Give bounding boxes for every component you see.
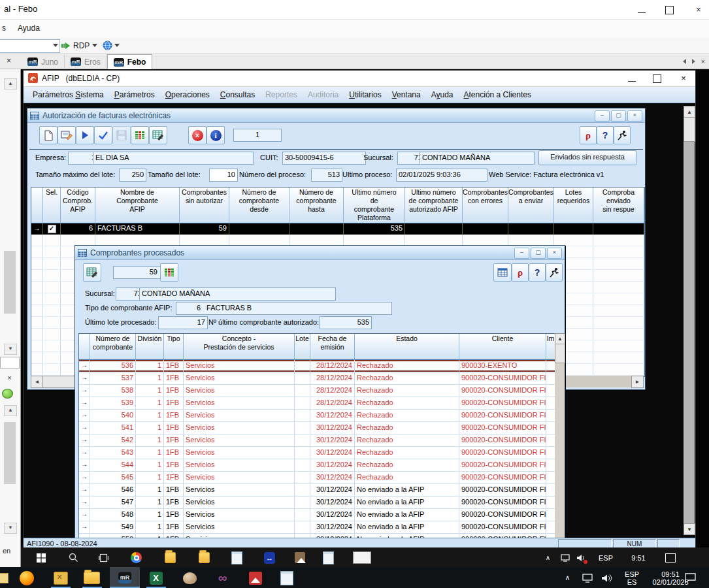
tray-chevron-icon[interactable]: ∧ [559,570,576,586]
language-indicator[interactable]: ESP ES [621,570,643,586]
invoice-row-549[interactable]: →54911FBServicios30/12/2024No enviado a … [79,521,555,534]
invoice-row-536[interactable]: →53611FBServicios28/12/2024Rechazado9000… [79,360,555,372]
scroll-up-icon[interactable]: ▲ [555,333,565,344]
close-panel-icon[interactable]: × [3,56,14,67]
cuit-field[interactable]: 30-50009415-6 [282,152,366,165]
tipo-field[interactable]: 6 FACTURAS B [176,302,392,315]
chrome-icon[interactable] [131,552,142,563]
enviados-sin-respuesta-button[interactable]: Enviados sin respuesta [538,150,636,165]
columns-button[interactable] [131,126,149,144]
invoice-row-539[interactable]: →53911FBServicios28/12/2024Rechazado9000… [79,397,555,410]
afip-menu-ayuda[interactable]: Ayuda [426,90,459,99]
connection-combobox[interactable] [0,39,60,53]
invoice-row-538[interactable]: →53811FBServicios28/12/2024Rechazado9000… [79,385,555,397]
table-row-facturas-b[interactable]: →✓6FACTURAS B59535 [31,223,644,235]
mail-icon[interactable] [0,570,10,586]
tab-eros[interactable]: mREros [65,54,107,69]
ultimo-proceso-field[interactable]: 02/01/2025 9:03:36 [396,169,487,182]
exit-button[interactable] [614,126,631,144]
minimize-button[interactable]: – [514,248,529,259]
close-button[interactable]: × [693,5,704,15]
minimize-button[interactable] [638,7,646,13]
scroll-tabs-left-icon[interactable] [683,59,686,64]
properties-button[interactable] [58,126,76,144]
visual-studio-icon[interactable]: ∞ [214,570,231,586]
teamviewer-icon[interactable]: ↔ [264,552,275,563]
counter-field[interactable]: 59 [113,266,163,279]
notepad-icon[interactable] [231,552,242,563]
invoice-row-537[interactable]: →53711FBServicios28/12/2024Rechazado9000… [79,372,555,385]
new-button[interactable] [39,126,58,144]
export-grid-button[interactable] [83,263,101,282]
afip-menu-atenci-n-a-clientes[interactable]: Atención a Clientes [459,90,536,99]
run-button[interactable] [76,126,94,144]
scroll-up-icon[interactable]: ▲ [4,405,17,416]
invoice-row-543[interactable]: →54311FBServicios30/12/2024Rechazado9000… [79,447,555,459]
close-button[interactable]: × [627,110,642,122]
menu-ayuda[interactable]: Ayuda [18,24,40,33]
close-button[interactable]: × [547,248,562,259]
vertical-scrollbar[interactable]: ▲ [555,333,565,538]
exit-button[interactable] [546,263,563,282]
sel-checkbox[interactable]: ✓ [48,225,56,233]
volume-icon[interactable] [575,552,586,563]
afip-menu-operaciones[interactable]: Operaciones [160,90,215,99]
scrollbar-thumb[interactable] [4,422,16,484]
start-button[interactable] [35,552,46,563]
mdi-vertical-scrollbar[interactable]: ▲ ▼ [684,106,695,535]
invoice-row-545[interactable]: →54511FBServicios30/12/2024Rechazado9000… [79,472,555,484]
invoice-row-544[interactable]: →54411FBServicios30/12/2024Rechazado9000… [79,459,555,472]
sucursal-name-field[interactable]: CONTADO MAÑANA [139,287,336,301]
close-button[interactable]: × [678,73,689,84]
num-proceso-field[interactable]: 513 [311,169,342,182]
afip-menu-ventana[interactable]: Ventana [387,90,426,99]
grid-view-button[interactable] [493,263,512,282]
maximize-button[interactable]: ▢ [531,248,546,259]
invoice-row-546[interactable]: →54611FBServicios30/12/2024No enviado a … [79,484,555,497]
columns-button[interactable] [160,263,178,282]
scroll-down-icon[interactable]: ▼ [684,523,695,535]
afip-menu-consultas[interactable]: Consultas [215,90,260,99]
menu-partial[interactable]: s [2,24,6,33]
scrollbar-thumb[interactable] [684,117,695,142]
open-app-button[interactable] [353,552,371,563]
scroll-up-icon[interactable]: ▲ [4,78,17,90]
tam-field[interactable]: 10 [209,169,238,182]
tab-juno[interactable]: mRJuno [22,54,65,69]
app-icon[interactable] [294,552,305,563]
action-center-icon[interactable] [682,570,699,586]
restore-button[interactable] [653,74,661,83]
clock[interactable]: 9:51 [627,552,650,563]
invoice-row-548[interactable]: →54811FBServicios30/12/2024No enviado a … [79,509,555,521]
maximize-button[interactable] [665,6,674,14]
close-tab-icon[interactable]: × [701,57,705,65]
mremoteng-taskbar-button[interactable]: mR [110,567,140,588]
network-icon[interactable] [579,570,595,586]
volume-icon[interactable] [599,570,615,586]
scroll-up-icon[interactable]: ▲ [684,106,695,118]
help-button[interactable]: ? [529,263,546,282]
network-icon[interactable] [559,552,570,563]
image-viewer-icon[interactable] [247,570,263,586]
dock-input[interactable] [0,357,20,368]
scrollbar-thumb[interactable] [555,344,565,363]
action-center-icon[interactable] [665,552,676,563]
empresa-name-field[interactable]: EL DIA SA [93,152,254,165]
scroll-down-icon[interactable]: ▼ [4,523,17,534]
tam-max-field[interactable]: 250 [119,169,146,182]
minimize-button[interactable]: – [595,110,610,122]
scroll-tabs-right-icon[interactable] [692,59,695,64]
invoice-row-541[interactable]: →54111FBServicios30/12/2024Rechazado9000… [79,422,555,434]
scroll-left-icon[interactable]: ◄ [31,376,43,388]
excel-icon[interactable]: X [148,570,164,586]
afip-menu-par-metros-sistema[interactable]: Parámetros Sistema [27,90,109,99]
task-view-icon[interactable] [98,552,109,563]
redo-button[interactable]: ρ [512,263,529,282]
scroll-down-icon[interactable]: ▼ [4,344,17,355]
tab-febo[interactable]: mRFebo [107,54,153,69]
ultimo-field[interactable]: 535 [320,316,372,329]
tray-chevron-icon[interactable]: ∧ [542,552,553,563]
config-tool-icon[interactable] [52,570,69,586]
file-explorer-icon[interactable] [84,570,100,586]
lote-field[interactable]: 17 [158,316,208,329]
